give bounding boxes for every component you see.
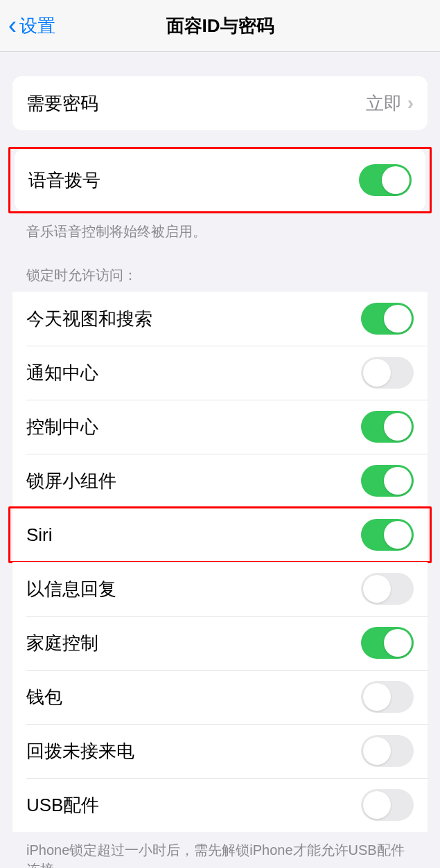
row-label: 语音拨号: [28, 168, 359, 193]
locked-footer: iPhone锁定超过一小时后，需先解锁iPhone才能允许USB配件连接。: [26, 840, 414, 868]
row-locked-item: 控制中心: [12, 400, 428, 454]
row-voice-dial: 语音拨号: [15, 149, 425, 211]
locked-section-header: 锁定时允许访问：: [26, 266, 440, 285]
chevron-right-icon: ›: [407, 92, 414, 114]
toggle-voice-dial[interactable]: [359, 164, 412, 196]
row-label: 钱包: [26, 685, 361, 709]
row-locked-item: Siri: [12, 508, 428, 562]
toggle-knob: [363, 359, 391, 387]
toggle-锁屏小组件[interactable]: [361, 465, 414, 497]
row-locked-item: 回拨未接来电: [12, 724, 428, 778]
toggle-回拨未接来电[interactable]: [361, 735, 414, 767]
row-label: 今天视图和搜索: [26, 307, 361, 331]
row-require-passcode[interactable]: 需要密码 立即 ›: [12, 76, 428, 130]
content: 需要密码 立即 › 语音拨号 音乐语音控制将始终被启用。 锁定时允许访问： 今天…: [0, 76, 440, 868]
row-label: 锁屏小组件: [26, 469, 361, 493]
toggle-Siri[interactable]: [361, 519, 414, 551]
row-locked-item: 今天视图和搜索: [12, 292, 428, 346]
row-locked-item: 钱包: [12, 670, 428, 724]
voice-dial-footer: 音乐语音控制将始终被启用。: [26, 222, 414, 241]
toggle-knob: [384, 467, 412, 495]
group-require-passcode: 需要密码 立即 ›: [12, 76, 428, 130]
row-locked-item: USB配件: [12, 778, 428, 832]
toggle-knob: [384, 413, 412, 441]
row-label: Siri: [26, 524, 361, 546]
toggle-knob: [384, 521, 412, 549]
toggle-knob: [384, 629, 412, 657]
toggle-knob: [384, 305, 412, 333]
toggle-钱包[interactable]: [361, 681, 414, 713]
chevron-left-icon: ‹: [8, 13, 17, 38]
row-locked-item: 锁屏小组件: [12, 454, 428, 508]
row-locked-item: 以信息回复: [12, 562, 428, 616]
toggle-knob: [363, 575, 391, 603]
group-locked-access: 今天视图和搜索通知中心控制中心锁屏小组件Siri以信息回复家庭控制钱包回拨未接来…: [12, 292, 428, 832]
row-locked-item: 通知中心: [12, 346, 428, 400]
row-label: 控制中心: [26, 415, 361, 439]
toggle-knob: [382, 166, 410, 194]
toggle-家庭控制[interactable]: [361, 627, 414, 659]
row-label: 以信息回复: [26, 577, 361, 601]
toggle-今天视图和搜索[interactable]: [361, 303, 414, 335]
row-label: 回拨未接来电: [26, 739, 361, 763]
back-button[interactable]: ‹ 设置: [8, 13, 55, 38]
page-title: 面容ID与密码: [166, 14, 274, 38]
toggle-knob: [363, 791, 391, 819]
navigation-header: ‹ 设置 面容ID与密码: [0, 0, 440, 52]
toggle-USB配件[interactable]: [361, 789, 414, 821]
highlight-box: 语音拨号: [8, 147, 432, 213]
toggle-通知中心[interactable]: [361, 357, 414, 389]
row-locked-item: 家庭控制: [12, 616, 428, 670]
toggle-控制中心[interactable]: [361, 411, 414, 443]
toggle-knob: [363, 683, 391, 711]
toggle-以信息回复[interactable]: [361, 573, 414, 605]
highlight-voice-dial: 语音拨号: [8, 147, 432, 213]
toggle-knob: [363, 737, 391, 765]
row-value: 立即: [366, 91, 402, 116]
row-label: 通知中心: [26, 361, 361, 385]
row-label: 家庭控制: [26, 631, 361, 655]
back-label: 设置: [19, 14, 55, 38]
row-label: USB配件: [26, 793, 361, 817]
group-voice-dial: 语音拨号: [15, 149, 425, 211]
row-label: 需要密码: [26, 91, 366, 116]
